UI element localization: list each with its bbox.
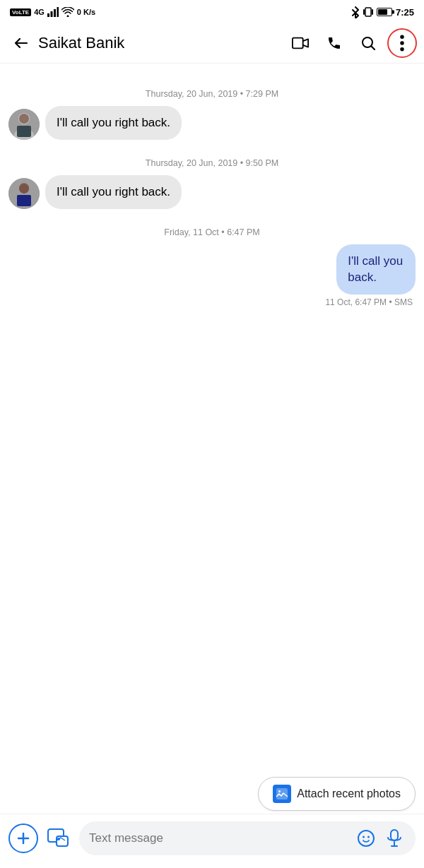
- timestamp-3: Friday, 11 Oct • 6:47 PM: [8, 227, 416, 237]
- contact-name[interactable]: Saikat Banik: [38, 34, 285, 52]
- message-input[interactable]: [89, 831, 349, 845]
- signal-bars-icon: [47, 7, 59, 17]
- svg-rect-0: [47, 13, 49, 17]
- emoji-icon: [357, 829, 375, 848]
- bubble-1: I'll call you right back.: [45, 106, 182, 140]
- svg-point-26: [358, 831, 374, 846]
- volte-badge: VoLTE: [10, 8, 31, 16]
- signal-4g: 4G: [34, 8, 45, 16]
- attach-photos-label: Attach recent photos: [297, 787, 401, 800]
- microphone-button[interactable]: [383, 827, 406, 850]
- svg-point-11: [400, 47, 404, 51]
- text-input-container[interactable]: [79, 821, 416, 855]
- battery-icon: [377, 8, 392, 16]
- svg-point-25: [57, 838, 60, 840]
- attach-media-icon: [47, 826, 71, 850]
- vibrate-icon: [363, 7, 373, 17]
- svg-rect-21: [276, 788, 288, 799]
- avatar-2: [8, 178, 40, 209]
- chat-area: Thursday, 20 Jun, 2019 • 7:29 PM I'll ca…: [0, 64, 424, 771]
- phone-call-button[interactable]: [319, 28, 349, 58]
- status-left: VoLTE 4G 0 K/s: [10, 7, 95, 17]
- svg-rect-2: [54, 9, 56, 17]
- svg-rect-6: [372, 9, 373, 15]
- app-bar: Saikat Banik: [0, 23, 424, 64]
- wifi-icon: [61, 7, 74, 17]
- status-right: 7:25: [351, 6, 414, 18]
- more-options-icon: [394, 35, 411, 52]
- video-call-button[interactable]: [285, 28, 315, 58]
- input-bar: [0, 814, 424, 868]
- svg-point-28: [367, 836, 370, 838]
- bluetooth-icon: [351, 6, 360, 18]
- attach-media-button[interactable]: [44, 824, 73, 853]
- message-row-1: I'll call you right back.: [8, 106, 416, 140]
- outgoing-wrapper: I'll call you back. 11 Oct, 6:47 PM • SM…: [306, 244, 416, 308]
- svg-point-16: [19, 114, 29, 124]
- svg-point-20: [19, 184, 29, 194]
- phone-icon: [326, 35, 343, 52]
- search-button[interactable]: [353, 28, 383, 58]
- attach-photos-button[interactable]: Attach recent photos: [258, 777, 416, 811]
- back-arrow-icon: [13, 35, 30, 52]
- bubble-2: I'll call you right back.: [45, 175, 182, 209]
- svg-rect-3: [57, 7, 59, 17]
- svg-point-10: [400, 41, 404, 44]
- svg-point-22: [278, 790, 281, 792]
- image-icon: [273, 785, 291, 803]
- avatar-1: [8, 109, 40, 140]
- svg-rect-15: [17, 126, 31, 137]
- attach-photos-row: Attach recent photos: [0, 771, 424, 814]
- svg-rect-1: [50, 11, 52, 17]
- svg-point-9: [400, 35, 404, 38]
- time-display: 7:25: [396, 7, 414, 18]
- svg-rect-5: [363, 9, 365, 15]
- app-bar-actions: [285, 28, 417, 58]
- sms-label: 11 Oct, 6:47 PM • SMS: [325, 297, 416, 307]
- battery-fill: [378, 9, 388, 15]
- more-options-button[interactable]: [387, 28, 417, 58]
- message-row-2: I'll call you right back.: [8, 175, 416, 209]
- emoji-button[interactable]: [355, 827, 377, 850]
- plus-icon: [16, 831, 31, 846]
- svg-rect-19: [17, 195, 31, 206]
- message-row-3: I'll call you back. 11 Oct, 6:47 PM • SM…: [8, 244, 416, 308]
- svg-rect-29: [391, 830, 398, 840]
- bubble-3: I'll call you back.: [336, 244, 416, 295]
- video-call-icon: [292, 35, 309, 52]
- back-button[interactable]: [7, 29, 35, 57]
- search-icon: [360, 35, 377, 52]
- photo-icon-svg: [276, 787, 288, 800]
- svg-rect-7: [293, 37, 303, 48]
- timestamp-1: Thursday, 20 Jun, 2019 • 7:29 PM: [8, 89, 416, 99]
- data-speed: 0 K/s: [77, 8, 95, 16]
- status-bar: VoLTE 4G 0 K/s 7:25: [0, 0, 424, 23]
- svg-rect-4: [365, 8, 371, 16]
- microphone-icon: [385, 829, 404, 848]
- svg-point-27: [363, 836, 365, 838]
- add-button[interactable]: [8, 824, 38, 853]
- timestamp-2: Thursday, 20 Jun, 2019 • 9:50 PM: [8, 158, 416, 168]
